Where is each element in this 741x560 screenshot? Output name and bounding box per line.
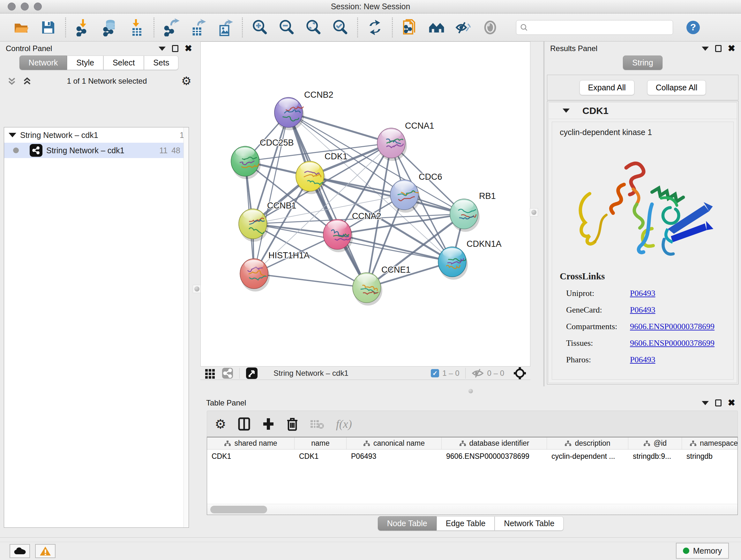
crosslink-link[interactable]: P06493 xyxy=(630,289,655,298)
zoom-fit-button[interactable] xyxy=(305,19,322,36)
table-cell[interactable]: CDK1 xyxy=(207,449,294,463)
table-horizontal-scrollbar[interactable] xyxy=(207,504,738,515)
network-edge-CCNB2-HIST1H1A[interactable] xyxy=(254,112,288,273)
network-node-CCNE1[interactable] xyxy=(353,273,382,306)
column-header-namespace[interactable]: namespace xyxy=(682,437,741,449)
tab-sets[interactable]: Sets xyxy=(144,56,179,70)
import-network-button[interactable] xyxy=(74,19,91,36)
collapse-all-icon[interactable] xyxy=(6,76,17,86)
column-header-description[interactable]: description xyxy=(547,437,628,449)
memory-button[interactable]: Memory xyxy=(676,543,729,559)
help-button[interactable]: ? xyxy=(684,19,702,36)
table-row[interactable]: CDK1CDK1P064939606.ENSP00000378699cyclin… xyxy=(207,449,738,463)
birds-eye-view-icon[interactable] xyxy=(246,367,258,380)
crosslink-link[interactable]: 9606.ENSP00000378699 xyxy=(630,338,715,348)
network-node-RB1[interactable] xyxy=(450,199,480,232)
tab-string[interactable]: String xyxy=(623,56,662,70)
network-tree-item-row[interactable]: String Network – cdk1 11 48 xyxy=(4,143,189,158)
tab-edge-table[interactable]: Edge Table xyxy=(436,516,495,531)
tree-expander-icon[interactable] xyxy=(9,133,16,137)
export-table-button[interactable] xyxy=(190,19,207,36)
hide-elements-button[interactable] xyxy=(455,19,472,36)
table-cell[interactable]: stringdb:9... xyxy=(628,449,682,463)
panel-float-icon[interactable] xyxy=(715,399,722,407)
refresh-button[interactable] xyxy=(366,19,384,36)
network-node-CCNB2[interactable] xyxy=(274,98,304,130)
network-edge-CCNB2-CCNE1[interactable] xyxy=(288,112,367,288)
open-session-button[interactable] xyxy=(13,19,30,36)
table-options-gear-icon[interactable]: ⚙ xyxy=(215,418,226,430)
network-node-CCNA1[interactable] xyxy=(377,128,407,161)
result-entry-header[interactable]: CDK1 xyxy=(549,103,737,119)
warning-status-button[interactable] xyxy=(35,544,56,558)
zoom-in-button[interactable] xyxy=(251,19,268,36)
tree-scrollbar[interactable] xyxy=(184,127,189,527)
grid-view-icon[interactable] xyxy=(204,368,216,379)
expand-all-button[interactable]: Expand All xyxy=(580,80,634,95)
column-header-database-identifier[interactable]: database identifier xyxy=(442,437,547,449)
cloud-status-button[interactable] xyxy=(10,544,30,558)
zoom-selected-button[interactable] xyxy=(332,19,349,36)
export-image-button[interactable] xyxy=(216,19,233,36)
network-node-HIST1H1A[interactable] xyxy=(240,259,270,292)
show-elements-button[interactable] xyxy=(482,19,499,36)
panel-float-icon[interactable] xyxy=(172,45,179,52)
table-cell[interactable]: P06493 xyxy=(347,449,442,463)
expand-all-icon[interactable] xyxy=(22,76,32,86)
table-cell[interactable]: stringdb xyxy=(682,449,741,463)
crosslink-link[interactable]: P06493 xyxy=(630,305,655,315)
column-header-@id[interactable]: @id xyxy=(628,437,682,449)
home-pair-button[interactable] xyxy=(428,19,445,36)
pan-crosshair-icon[interactable] xyxy=(513,367,527,380)
show-columns-icon[interactable] xyxy=(238,417,251,431)
scrollbar-thumb[interactable] xyxy=(210,506,267,513)
panel-float-icon[interactable] xyxy=(715,45,722,52)
panel-collapse-icon[interactable] xyxy=(702,401,709,405)
network-view-icon[interactable] xyxy=(221,367,233,379)
column-header-shared-name[interactable]: shared name xyxy=(207,437,294,449)
table-cell[interactable]: 9606.ENSP00000378699 xyxy=(442,449,547,463)
tab-network[interactable]: Network xyxy=(19,56,67,70)
save-session-button[interactable] xyxy=(40,19,57,36)
tab-node-table[interactable]: Node Table xyxy=(378,516,436,531)
selected-checkbox-icon[interactable]: ✓ xyxy=(431,369,439,377)
export-network-button[interactable] xyxy=(163,19,180,36)
panel-close-icon[interactable]: ✖ xyxy=(728,398,735,408)
network-node-CDC25B[interactable] xyxy=(231,146,261,179)
function-builder-icon[interactable]: f(x) xyxy=(336,417,352,431)
collapse-all-button[interactable]: Collapse All xyxy=(647,80,706,95)
tab-network-table[interactable]: Network Table xyxy=(495,516,563,531)
crosslink-link[interactable]: P06493 xyxy=(630,355,655,365)
network-edge-HIST1H1A-CCNE1[interactable] xyxy=(254,273,367,288)
string-document-button[interactable] xyxy=(401,19,418,36)
network-tree-root-row[interactable]: String Network – cdk1 1 xyxy=(4,127,189,143)
search-input[interactable] xyxy=(530,23,669,32)
entry-expander-icon[interactable] xyxy=(562,109,569,113)
delete-table-icon[interactable] xyxy=(310,418,325,430)
network-canvas[interactable]: CCNB2CCNA1CDC25BCDK1CDC6RB1CCNB1CCNA2CDK… xyxy=(200,42,530,367)
network-node-CDKN1A[interactable] xyxy=(438,247,468,280)
panel-close-icon[interactable]: ✖ xyxy=(728,44,735,53)
right-splitter-handle[interactable] xyxy=(530,208,538,216)
network-node-CCNA2[interactable] xyxy=(323,219,353,252)
add-column-icon[interactable] xyxy=(262,417,275,431)
import-network-database-button[interactable] xyxy=(101,19,118,36)
table-cell[interactable]: cyclin-dependent ... xyxy=(547,449,628,463)
import-table-button[interactable] xyxy=(128,19,145,36)
column-header-canonical-name[interactable]: canonical name xyxy=(347,437,442,449)
network-node-CDC6[interactable] xyxy=(390,180,420,212)
toolbar-search[interactable] xyxy=(516,20,673,35)
crosslink-link[interactable]: 9606.ENSP00000378699 xyxy=(630,322,715,331)
panel-collapse-icon[interactable] xyxy=(702,47,709,51)
panel-collapse-icon[interactable] xyxy=(158,47,165,51)
tab-select[interactable]: Select xyxy=(104,56,144,70)
network-options-gear-icon[interactable]: ⚙ xyxy=(181,75,192,87)
tab-style[interactable]: Style xyxy=(67,56,104,70)
network-node-CDK1[interactable] xyxy=(296,161,326,194)
delete-column-icon[interactable] xyxy=(286,417,298,431)
horizontal-splitter[interactable] xyxy=(200,386,741,396)
column-header-name[interactable]: name xyxy=(294,437,347,449)
string-network-graph[interactable]: CCNB2CCNA1CDC25BCDK1CDC6RB1CCNB1CCNA2CDK… xyxy=(201,42,530,366)
zoom-out-button[interactable] xyxy=(278,19,295,36)
panel-close-icon[interactable]: ✖ xyxy=(185,44,192,53)
